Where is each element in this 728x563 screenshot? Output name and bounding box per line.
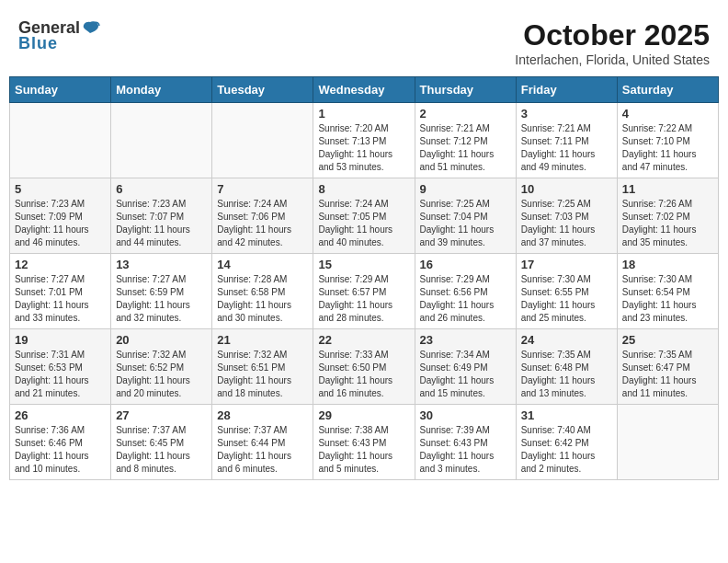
day-info: Sunrise: 7:27 AM Sunset: 7:01 PM Dayligh…	[15, 273, 106, 325]
day-info: Sunrise: 7:34 AM Sunset: 6:49 PM Dayligh…	[420, 349, 511, 400]
day-info: Sunrise: 7:27 AM Sunset: 6:59 PM Dayligh…	[116, 273, 207, 325]
day-number: 2	[420, 107, 511, 121]
calendar-day-14: 14Sunrise: 7:28 AM Sunset: 6:58 PM Dayli…	[212, 254, 313, 329]
day-info: Sunrise: 7:38 AM Sunset: 6:43 PM Dayligh…	[318, 424, 409, 476]
day-info: Sunrise: 7:24 AM Sunset: 7:05 PM Dayligh…	[318, 198, 409, 249]
day-info: Sunrise: 7:29 AM Sunset: 6:56 PM Dayligh…	[420, 273, 511, 325]
logo: General Blue	[18, 18, 100, 53]
calendar-day-17: 17Sunrise: 7:30 AM Sunset: 6:55 PM Dayli…	[516, 254, 617, 329]
calendar-day-1: 1Sunrise: 7:20 AM Sunset: 7:13 PM Daylig…	[313, 103, 415, 178]
calendar-day-15: 15Sunrise: 7:29 AM Sunset: 6:57 PM Dayli…	[313, 254, 415, 329]
calendar-day-19: 19Sunrise: 7:31 AM Sunset: 6:53 PM Dayli…	[10, 329, 111, 405]
day-info: Sunrise: 7:30 AM Sunset: 6:54 PM Dayligh…	[622, 273, 713, 325]
calendar-day-12: 12Sunrise: 7:27 AM Sunset: 7:01 PM Dayli…	[10, 254, 111, 329]
day-number: 13	[116, 258, 207, 271]
day-info: Sunrise: 7:21 AM Sunset: 7:11 PM Dayligh…	[521, 122, 612, 174]
day-info: Sunrise: 7:30 AM Sunset: 6:55 PM Dayligh…	[521, 273, 612, 325]
day-number: 17	[521, 258, 612, 271]
calendar-week-row: 12Sunrise: 7:27 AM Sunset: 7:01 PM Dayli…	[10, 254, 719, 329]
calendar-day-24: 24Sunrise: 7:35 AM Sunset: 6:48 PM Dayli…	[516, 329, 617, 405]
day-number: 31	[521, 408, 612, 422]
weekday-header-wednesday: Wednesday	[313, 77, 415, 103]
day-number: 18	[622, 258, 713, 271]
calendar-day-4: 4Sunrise: 7:22 AM Sunset: 7:10 PM Daylig…	[617, 103, 718, 178]
calendar-day-10: 10Sunrise: 7:25 AM Sunset: 7:03 PM Dayli…	[516, 178, 617, 254]
calendar-week-row: 19Sunrise: 7:31 AM Sunset: 6:53 PM Dayli…	[10, 329, 719, 405]
day-info: Sunrise: 7:36 AM Sunset: 6:46 PM Dayligh…	[15, 424, 106, 476]
weekday-header-saturday: Saturday	[617, 77, 718, 103]
calendar-day-9: 9Sunrise: 7:25 AM Sunset: 7:04 PM Daylig…	[415, 178, 516, 254]
day-number: 28	[217, 408, 308, 422]
day-number: 12	[15, 258, 106, 271]
calendar-header-row: SundayMondayTuesdayWednesdayThursdayFrid…	[10, 77, 719, 103]
day-number: 14	[217, 258, 308, 271]
day-info: Sunrise: 7:28 AM Sunset: 6:58 PM Dayligh…	[217, 273, 308, 325]
calendar-day-25: 25Sunrise: 7:35 AM Sunset: 6:47 PM Dayli…	[617, 329, 718, 405]
calendar-day-18: 18Sunrise: 7:30 AM Sunset: 6:54 PM Dayli…	[617, 254, 718, 329]
day-number: 5	[15, 182, 106, 196]
day-info: Sunrise: 7:35 AM Sunset: 6:48 PM Dayligh…	[521, 349, 612, 400]
day-number: 8	[318, 182, 409, 196]
day-info: Sunrise: 7:23 AM Sunset: 7:09 PM Dayligh…	[15, 198, 106, 249]
location-text: Interlachen, Florida, United States	[515, 52, 710, 67]
day-info: Sunrise: 7:22 AM Sunset: 7:10 PM Dayligh…	[622, 122, 713, 174]
month-title: October 2025	[515, 18, 710, 52]
calendar-day-21: 21Sunrise: 7:32 AM Sunset: 6:51 PM Dayli…	[212, 329, 313, 405]
day-number: 22	[318, 333, 409, 347]
calendar-week-row: 1Sunrise: 7:20 AM Sunset: 7:13 PM Daylig…	[10, 103, 719, 178]
page-header: General Blue October 2025 Interlachen, F…	[9, 9, 719, 72]
day-number: 9	[420, 182, 511, 196]
calendar-day-29: 29Sunrise: 7:38 AM Sunset: 6:43 PM Dayli…	[313, 405, 415, 480]
day-number: 3	[521, 107, 612, 121]
calendar-day-11: 11Sunrise: 7:26 AM Sunset: 7:02 PM Dayli…	[617, 178, 718, 254]
day-info: Sunrise: 7:35 AM Sunset: 6:47 PM Dayligh…	[622, 349, 713, 400]
calendar-week-row: 5Sunrise: 7:23 AM Sunset: 7:09 PM Daylig…	[10, 178, 719, 254]
logo-blue-text: Blue	[18, 34, 58, 53]
day-info: Sunrise: 7:31 AM Sunset: 6:53 PM Dayligh…	[15, 349, 106, 400]
calendar-day-16: 16Sunrise: 7:29 AM Sunset: 6:56 PM Dayli…	[415, 254, 516, 329]
day-info: Sunrise: 7:37 AM Sunset: 6:45 PM Dayligh…	[116, 424, 207, 476]
day-info: Sunrise: 7:21 AM Sunset: 7:12 PM Dayligh…	[420, 122, 511, 174]
day-info: Sunrise: 7:26 AM Sunset: 7:02 PM Dayligh…	[622, 198, 713, 249]
day-info: Sunrise: 7:32 AM Sunset: 6:51 PM Dayligh…	[217, 349, 308, 400]
day-number: 25	[622, 333, 713, 347]
empty-day-cell	[617, 405, 718, 480]
calendar-day-13: 13Sunrise: 7:27 AM Sunset: 6:59 PM Dayli…	[111, 254, 212, 329]
day-info: Sunrise: 7:40 AM Sunset: 6:42 PM Dayligh…	[521, 424, 612, 476]
day-info: Sunrise: 7:24 AM Sunset: 7:06 PM Dayligh…	[217, 198, 308, 249]
day-number: 6	[116, 182, 207, 196]
calendar-day-2: 2Sunrise: 7:21 AM Sunset: 7:12 PM Daylig…	[415, 103, 516, 178]
calendar-day-27: 27Sunrise: 7:37 AM Sunset: 6:45 PM Dayli…	[111, 405, 212, 480]
day-number: 29	[318, 408, 409, 422]
calendar-day-8: 8Sunrise: 7:24 AM Sunset: 7:05 PM Daylig…	[313, 178, 415, 254]
empty-day-cell	[212, 103, 313, 178]
calendar-day-22: 22Sunrise: 7:33 AM Sunset: 6:50 PM Dayli…	[313, 329, 415, 405]
day-number: 21	[217, 333, 308, 347]
day-number: 1	[318, 107, 409, 121]
day-info: Sunrise: 7:20 AM Sunset: 7:13 PM Dayligh…	[318, 122, 409, 174]
day-info: Sunrise: 7:32 AM Sunset: 6:52 PM Dayligh…	[116, 349, 207, 400]
weekday-header-sunday: Sunday	[10, 77, 111, 103]
day-info: Sunrise: 7:25 AM Sunset: 7:03 PM Dayligh…	[521, 198, 612, 249]
day-number: 11	[622, 182, 713, 196]
day-info: Sunrise: 7:37 AM Sunset: 6:44 PM Dayligh…	[217, 424, 308, 476]
weekday-header-thursday: Thursday	[415, 77, 516, 103]
empty-day-cell	[10, 103, 111, 178]
day-info: Sunrise: 7:23 AM Sunset: 7:07 PM Dayligh…	[116, 198, 207, 249]
day-number: 23	[420, 333, 511, 347]
day-number: 10	[521, 182, 612, 196]
calendar-day-5: 5Sunrise: 7:23 AM Sunset: 7:09 PM Daylig…	[10, 178, 111, 254]
day-number: 4	[622, 107, 713, 121]
calendar-day-26: 26Sunrise: 7:36 AM Sunset: 6:46 PM Dayli…	[10, 405, 111, 480]
empty-day-cell	[111, 103, 212, 178]
calendar-table: SundayMondayTuesdayWednesdayThursdayFrid…	[9, 76, 719, 480]
day-info: Sunrise: 7:29 AM Sunset: 6:57 PM Dayligh…	[318, 273, 409, 325]
day-number: 30	[420, 408, 511, 422]
weekday-header-tuesday: Tuesday	[212, 77, 313, 103]
day-info: Sunrise: 7:39 AM Sunset: 6:43 PM Dayligh…	[420, 424, 511, 476]
calendar-day-30: 30Sunrise: 7:39 AM Sunset: 6:43 PM Dayli…	[415, 405, 516, 480]
day-number: 16	[420, 258, 511, 271]
calendar-day-6: 6Sunrise: 7:23 AM Sunset: 7:07 PM Daylig…	[111, 178, 212, 254]
logo-bird-icon	[80, 20, 100, 37]
weekday-header-friday: Friday	[516, 77, 617, 103]
